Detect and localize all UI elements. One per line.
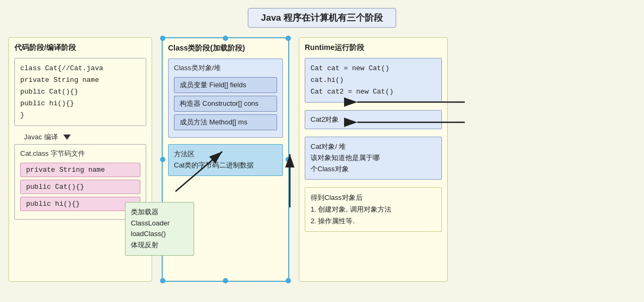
code-line-2: private String name (20, 74, 140, 86)
cat-obj-line-2: 该对象知道他是属于哪 (311, 153, 436, 164)
pink-box-2: public Cat(){} (20, 180, 140, 194)
left-col-title: 代码阶段/编译阶段 (14, 43, 146, 53)
dot-bl (160, 278, 165, 283)
class-obj-title: Class类对象/堆 (174, 63, 277, 73)
classloader-line-4: 体现反射 (131, 240, 188, 251)
cat-obj-box: Cat对象/ 堆 该对象知道他是属于哪 个Class对象 (305, 137, 442, 179)
right-code-line-1: Cat cat = new Cat() (311, 63, 436, 74)
classloader-line-2: ClassLoader (131, 218, 188, 229)
code-line-3: public Cat(){} (20, 86, 140, 98)
right-code-line-2: cat.hi() (311, 74, 436, 86)
main-title: Java 程序在计算机有三个阶段 (248, 8, 397, 28)
dot-tm (223, 36, 228, 41)
cat-obj-line-1: Cat对象/ 堆 (311, 141, 436, 153)
blue-box-1: 成员变量 Field[] fields (174, 77, 277, 93)
get-class-line-3: 2. 操作属性等. (311, 215, 436, 227)
right-code-box: Cat cat = new Cat() cat.hi() Cat cat2 = … (305, 58, 442, 103)
classloader-box: 类加载器 ClassLoader loadClass() 体现反射 (125, 202, 194, 256)
method-area-line-1: 方法区 (174, 149, 277, 160)
title-box: Java 程序在计算机有三个阶段 (5, 8, 639, 28)
blue-box-3: 成员方法 Method[] ms (174, 114, 277, 130)
java-code-box: class Cat{//Cat.java private String name… (14, 58, 146, 126)
classloader-line-3: loadClass() (131, 229, 188, 240)
pink-box-3: public hi(){} (20, 197, 140, 211)
right-column: Runtime运行阶段 Cat cat = new Cat() cat.hi()… (299, 37, 448, 282)
right-code-line-3: Cat cat2 = new Cat() (311, 86, 436, 98)
right-col-title: Runtime运行阶段 (305, 43, 442, 53)
blue-box-2: 构造器 Constructor[] cons (174, 96, 277, 112)
class-obj-box: Class类对象/堆 成员变量 Field[] fields 构造器 Const… (168, 58, 283, 138)
cat2-label: Cat2对象 (311, 115, 436, 124)
dot-tl (160, 36, 165, 41)
get-class-box: 得到Class对象后 1. 创建对象, 调用对象方法 2. 操作属性等. (305, 187, 442, 232)
pink-box-1: private String name (20, 163, 140, 177)
get-class-line-1: 得到Class对象后 (311, 192, 436, 204)
dot-bm (223, 278, 228, 283)
cat2-box: Cat2对象 (305, 110, 442, 129)
dot-tr (286, 36, 291, 41)
columns: 代码阶段/编译阶段 class Cat{//Cat.java private S… (5, 37, 639, 282)
middle-col-title: Class类阶段(加载阶段) (168, 44, 283, 53)
classloader-line-1: 类加载器 (131, 207, 188, 218)
arrow-down-icon (63, 135, 71, 140)
method-area-line-2: Cat类的字节码二进制数据 (174, 160, 277, 171)
main-container: Java 程序在计算机有三个阶段 代码阶段/编译阶段 class Cat{//C… (0, 0, 644, 302)
get-class-line-2: 1. 创建对象, 调用对象方法 (311, 204, 436, 215)
javac-arrow-label: Javac 编译 (24, 132, 146, 142)
dot-lm (160, 157, 165, 162)
code-line-5: } (20, 110, 140, 121)
code-line-4: public hi(){} (20, 98, 140, 110)
left-column: 代码阶段/编译阶段 class Cat{//Cat.java private S… (9, 37, 152, 282)
cat-obj-line-3: 个Class对象 (311, 164, 436, 175)
method-area-box: 方法区 Cat类的字节码二进制数据 (168, 144, 283, 176)
code-line-1: class Cat{//Cat.java (20, 63, 140, 74)
cat-class-title: Cat.class 字节码文件 (20, 149, 140, 158)
dot-br (286, 278, 291, 283)
dot-rm (286, 157, 291, 162)
